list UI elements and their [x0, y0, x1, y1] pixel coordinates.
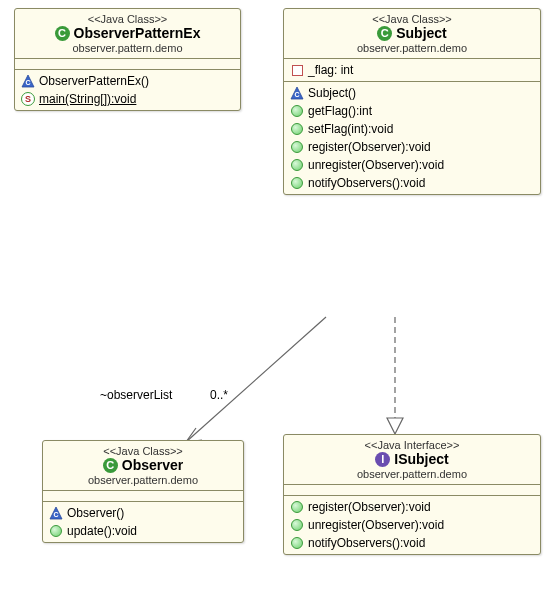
class-icon: C: [55, 26, 70, 41]
op-update: update():void: [67, 524, 137, 538]
public-method-icon: [291, 123, 303, 135]
constructor-label: Subject(): [308, 86, 356, 100]
op-notify: notifyObservers():void: [308, 176, 425, 190]
op-notify: notifyObservers():void: [308, 536, 425, 550]
op-register: register(Observer):void: [308, 500, 431, 514]
class-name: ObserverPatternEx: [74, 25, 201, 41]
class-icon: C: [103, 458, 118, 473]
class-name: Subject: [396, 25, 447, 41]
op-getflag: getFlag():int: [308, 104, 372, 118]
public-method-icon: [50, 525, 62, 537]
interface-name: ISubject: [394, 451, 448, 467]
public-method-icon: [291, 159, 303, 171]
public-method-icon: [291, 519, 303, 531]
package-label: observer.pattern.demo: [21, 42, 234, 54]
class-observer: <<Java Class>> C Observer observer.patte…: [42, 440, 244, 543]
constructor-label: Observer(): [67, 506, 124, 520]
class-subject: <<Java Class>> C Subject observer.patter…: [283, 8, 541, 195]
package-label: observer.pattern.demo: [49, 474, 237, 486]
class-name: Observer: [122, 457, 183, 473]
op-unregister: unregister(Observer):void: [308, 518, 444, 532]
assoc-observerlist-name: ~observerList: [100, 388, 172, 402]
main-method-label: main(String[]):void: [39, 92, 136, 106]
public-method-icon: [291, 177, 303, 189]
stereotype-label: <<Java Class>>: [21, 13, 234, 25]
stereotype-label: <<Java Class>>: [49, 445, 237, 457]
stereotype-label: <<Java Interface>>: [290, 439, 534, 451]
constructor-icon: C: [49, 506, 63, 520]
svg-text:C: C: [53, 511, 58, 518]
assoc-observerlist-mult: 0..*: [210, 388, 228, 402]
svg-text:C: C: [294, 91, 299, 98]
package-label: observer.pattern.demo: [290, 42, 534, 54]
field-flag: _flag: int: [308, 63, 353, 77]
constructor-icon: C: [290, 86, 304, 100]
package-label: observer.pattern.demo: [290, 468, 534, 480]
interface-isubject: <<Java Interface>> I ISubject observer.p…: [283, 434, 541, 555]
op-register: register(Observer):void: [308, 140, 431, 154]
field-package-icon: [292, 65, 303, 76]
op-unregister: unregister(Observer):void: [308, 158, 444, 172]
public-method-icon: [291, 501, 303, 513]
svg-text:C: C: [25, 79, 30, 86]
class-observer-pattern-ex: <<Java Class>> C ObserverPatternEx obser…: [14, 8, 241, 111]
op-setflag: setFlag(int):void: [308, 122, 393, 136]
svg-marker-2: [387, 418, 403, 434]
constructor-icon: C: [21, 74, 35, 88]
static-method-icon: S: [21, 92, 35, 106]
class-icon: C: [377, 26, 392, 41]
public-method-icon: [291, 105, 303, 117]
constructor-label: ObserverPatternEx(): [39, 74, 149, 88]
svg-line-0: [186, 317, 326, 442]
stereotype-label: <<Java Class>>: [290, 13, 534, 25]
interface-icon: I: [375, 452, 390, 467]
public-method-icon: [291, 141, 303, 153]
public-method-icon: [291, 537, 303, 549]
